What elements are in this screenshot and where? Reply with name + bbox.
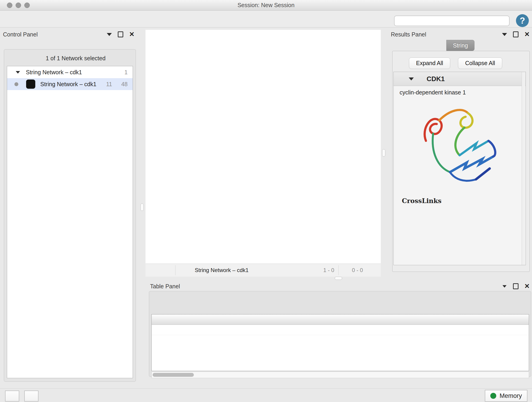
cloud-icon bbox=[8, 392, 16, 400]
network-graph bbox=[146, 30, 381, 264]
memory-status-dot bbox=[490, 393, 496, 399]
crosslinks-title: CrossLinks bbox=[402, 197, 526, 205]
collection-label: String Network – cdk1 bbox=[26, 69, 124, 76]
control-panel-title: Control Panel bbox=[3, 31, 38, 38]
cloud-status-button[interactable] bbox=[5, 390, 19, 402]
network-options-gear-icon[interactable] bbox=[122, 53, 133, 63]
control-panel: Control Panel ✕ 1 of 1 Network selected … bbox=[3, 30, 136, 382]
gene-section: CDK1 cyclin-dependent kinase 1 bbox=[393, 72, 526, 265]
float-panel-icon[interactable] bbox=[513, 283, 519, 289]
status-bar: Memory bbox=[0, 389, 532, 402]
network-tree: String Network – cdk1 1 String Network –… bbox=[7, 66, 133, 378]
scrollbar-thumb[interactable] bbox=[152, 373, 194, 377]
network-row[interactable]: String Network – cdk1 11 48 bbox=[7, 78, 133, 90]
search-box[interactable] bbox=[394, 16, 510, 26]
tab-string[interactable]: String bbox=[446, 40, 475, 51]
results-scrollbar[interactable] bbox=[522, 72, 525, 265]
title-bar: Session: New Session bbox=[0, 0, 532, 11]
results-panel-title: Results Panel bbox=[391, 31, 426, 38]
network-type-icon bbox=[26, 80, 35, 89]
selected-checkbox-icon[interactable] bbox=[312, 265, 322, 275]
panel-divider-handle[interactable] bbox=[335, 277, 342, 280]
panel-menu-icon[interactable] bbox=[502, 285, 507, 287]
network-view-title: String Network – cdk1 bbox=[195, 267, 249, 274]
table-panel: Table Panel ✕ bbox=[148, 282, 532, 388]
network-edge-count: 48 bbox=[121, 81, 128, 88]
float-panel-icon[interactable] bbox=[118, 32, 123, 37]
network-canvas[interactable] bbox=[146, 30, 381, 264]
fit-selection-crosshair-icon[interactable] bbox=[367, 265, 378, 275]
network-selection-status: 1 of 1 Network selected bbox=[29, 55, 122, 62]
attribute-table[interactable] bbox=[152, 314, 529, 371]
collection-count: 1 bbox=[124, 69, 128, 76]
network-label: String Network – cdk1 bbox=[40, 81, 106, 88]
protein-structure-image bbox=[394, 100, 526, 197]
network-tab-content: 1 of 1 Network selected String Network –… bbox=[4, 49, 136, 382]
node-table-content bbox=[149, 291, 531, 377]
birdseye-view-icon[interactable] bbox=[149, 265, 159, 275]
hidden-counts: 0 - 0 bbox=[352, 267, 363, 274]
network-collection-row[interactable]: String Network – cdk1 1 bbox=[7, 66, 133, 78]
section-expander-icon[interactable] bbox=[409, 77, 414, 80]
warnings-button[interactable] bbox=[24, 390, 38, 402]
expand-all-networks-icon[interactable] bbox=[20, 54, 29, 63]
memory-button[interactable]: Memory bbox=[485, 390, 527, 402]
table-header-row bbox=[152, 314, 529, 325]
collapse-all-button[interactable]: Collapse All bbox=[458, 57, 502, 69]
selected-counts: 1 - 0 bbox=[323, 267, 334, 274]
panel-menu-icon[interactable] bbox=[502, 33, 507, 36]
window-title: Session: New Session bbox=[0, 0, 532, 10]
gene-section-header[interactable]: CDK1 bbox=[394, 72, 526, 86]
table-row[interactable] bbox=[152, 325, 529, 335]
network-status-dot bbox=[14, 82, 18, 86]
results-panel: Results Panel ✕ String Expand All Collap… bbox=[389, 30, 532, 273]
network-share-icon bbox=[162, 265, 172, 275]
crosslinks-block: CrossLinks bbox=[394, 197, 526, 205]
panel-divider-handle[interactable] bbox=[140, 204, 144, 211]
panel-menu-icon[interactable] bbox=[107, 33, 112, 36]
cytoscape-window: Session: New Session ? Control Panel ✕ 1… bbox=[0, 0, 532, 402]
expand-all-button[interactable]: Expand All bbox=[409, 57, 450, 69]
network-view-toolbar: String Network – cdk1 1 - 0 0 - 0 bbox=[146, 264, 381, 277]
memory-label: Memory bbox=[500, 392, 522, 400]
string-results-content: Expand All Collapse All CDK1 cyclin-depe… bbox=[392, 51, 530, 272]
hidden-eye-icon[interactable] bbox=[341, 265, 351, 275]
table-horizontal-scrollbar[interactable] bbox=[152, 372, 529, 378]
warning-icon bbox=[27, 392, 35, 400]
gene-description: cyclin-dependent kinase 1 bbox=[394, 86, 526, 96]
detach-view-icon[interactable] bbox=[179, 265, 189, 275]
gene-name: CDK1 bbox=[427, 75, 445, 83]
panel-divider-handle[interactable] bbox=[382, 149, 385, 157]
collection-expander-icon[interactable] bbox=[16, 71, 20, 73]
search-input[interactable] bbox=[399, 17, 509, 24]
help-button[interactable]: ? bbox=[516, 14, 529, 27]
close-panel-icon[interactable]: ✕ bbox=[525, 32, 530, 37]
float-panel-icon[interactable] bbox=[513, 32, 519, 37]
network-node-count: 11 bbox=[106, 81, 112, 88]
table-panel-title: Table Panel bbox=[150, 283, 180, 290]
collapse-all-networks-icon[interactable] bbox=[7, 54, 17, 63]
network-list-toolbar: 1 of 1 Network selected bbox=[7, 53, 133, 64]
close-panel-icon[interactable]: ✕ bbox=[129, 32, 134, 37]
close-panel-icon[interactable]: ✕ bbox=[525, 284, 530, 288]
